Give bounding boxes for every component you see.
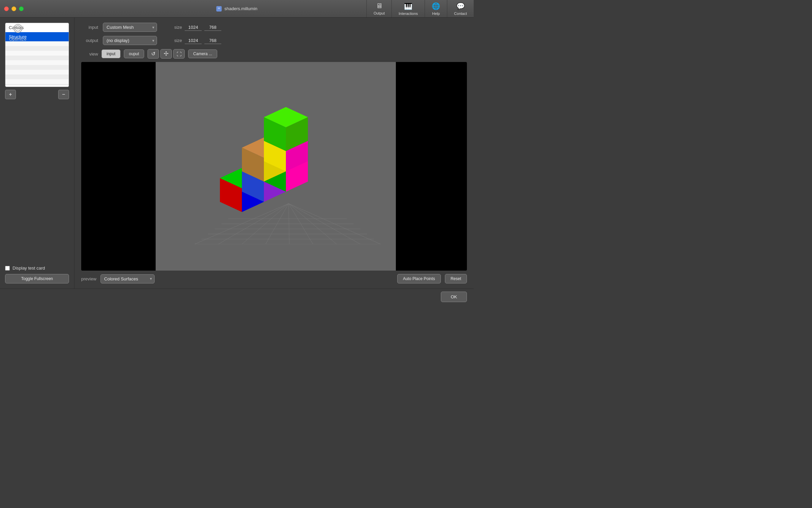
view-label: view bbox=[81, 51, 98, 57]
file-icon bbox=[216, 6, 222, 12]
display-test-card-label: Display test card bbox=[13, 266, 45, 271]
grid-floor bbox=[195, 204, 381, 244]
svg-rect-2 bbox=[218, 8, 220, 9]
view-row: view input ouput ↺ ⛶ bbox=[81, 49, 467, 59]
app-wrapper: shaders.millumin 🖥 Output 🎹 Interactions… bbox=[0, 0, 474, 305]
move-view-button[interactable] bbox=[160, 49, 172, 59]
preview-label: preview bbox=[81, 276, 96, 281]
expand-view-button[interactable]: ⛶ bbox=[173, 49, 185, 59]
sidebar-item-optimize[interactable]: Optimize bbox=[4, 21, 31, 44]
left-panel: Canvas Structure + − Display test card T… bbox=[0, 18, 74, 289]
optimize-icon bbox=[13, 24, 23, 35]
preview-select[interactable]: Colored Surfaces Wireframe Solid bbox=[100, 274, 155, 283]
traffic-lights bbox=[4, 6, 24, 11]
interactions-label: Interactions bbox=[399, 12, 418, 16]
expand-icon: ⛶ bbox=[177, 51, 182, 57]
camera-button[interactable]: Camera ... bbox=[188, 49, 217, 58]
optimize-label: Optimize bbox=[9, 37, 26, 42]
input-size-label: size bbox=[165, 25, 182, 30]
minimize-button[interactable] bbox=[12, 6, 16, 11]
svg-point-5 bbox=[17, 27, 19, 29]
titlebar: shaders.millumin 🖥 Output 🎹 Interactions… bbox=[0, 0, 474, 18]
input-label: input bbox=[81, 25, 98, 30]
move-icon bbox=[163, 51, 169, 57]
preview-dropdown-wrapper: Colored Surfaces Wireframe Solid bbox=[100, 274, 155, 283]
nav-interactions[interactable]: 🎹 Interactions bbox=[391, 0, 425, 17]
view-output-button[interactable]: ouput bbox=[124, 49, 144, 58]
canvas-black-right bbox=[396, 62, 467, 271]
canvas-list-buttons: + − bbox=[5, 90, 69, 99]
preview-bar: preview Colored Surfaces Wireframe Solid… bbox=[81, 274, 467, 283]
interactions-icon: 🎹 bbox=[404, 2, 412, 10]
nav-contact[interactable]: 💬 Contact bbox=[447, 0, 474, 17]
close-button[interactable] bbox=[4, 6, 9, 11]
titlebar-center: shaders.millumin bbox=[216, 6, 257, 12]
input-size-group: size 1024 768 bbox=[165, 24, 221, 31]
output-dropdown-wrapper: (no display) bbox=[103, 36, 157, 45]
body-area: Optimize Canvas Structure + − Display te… bbox=[0, 18, 474, 289]
canvas-area bbox=[81, 62, 467, 271]
output-width-value: 1024 bbox=[185, 37, 202, 44]
rotate-view-button[interactable]: ↺ bbox=[148, 49, 159, 59]
contact-icon: 💬 bbox=[456, 2, 465, 10]
output-icon: 🖥 bbox=[376, 2, 383, 10]
nav-output[interactable]: 🖥 Output bbox=[366, 0, 391, 17]
remove-canvas-button[interactable]: − bbox=[58, 90, 69, 99]
toggle-fullscreen-button[interactable]: Toggle Fullscreen bbox=[5, 274, 69, 283]
output-height-value: 768 bbox=[204, 37, 221, 44]
help-icon: 🌐 bbox=[432, 2, 440, 10]
output-row: output (no display) size 1024 768 bbox=[81, 36, 467, 45]
svg-rect-1 bbox=[218, 8, 220, 8]
output-label: output bbox=[81, 38, 98, 43]
nav-help[interactable]: 🌐 Help bbox=[425, 0, 447, 17]
output-select[interactable]: (no display) bbox=[103, 36, 157, 45]
canvas-viewport[interactable] bbox=[156, 62, 396, 271]
output-size-label: size bbox=[165, 38, 182, 43]
contact-label: Contact bbox=[454, 12, 467, 16]
right-panel: input Custom Mesh size 1024 768 output bbox=[74, 18, 474, 289]
maximize-button[interactable] bbox=[19, 6, 24, 11]
3d-scene-svg bbox=[167, 88, 384, 244]
input-select[interactable]: Custom Mesh bbox=[103, 23, 157, 32]
input-width-value: 1024 bbox=[185, 24, 202, 31]
display-test-card-checkbox[interactable] bbox=[5, 266, 10, 271]
reset-button[interactable]: Reset bbox=[445, 274, 467, 283]
input-height-value: 768 bbox=[204, 24, 221, 31]
left-nav: Optimize bbox=[0, 18, 36, 48]
ok-area: OK bbox=[0, 289, 474, 305]
canvas-black-left bbox=[81, 62, 156, 271]
help-label: Help bbox=[432, 12, 440, 16]
auto-place-points-button[interactable]: Auto Place Points bbox=[397, 274, 441, 283]
output-size-group: size 1024 768 bbox=[165, 37, 221, 44]
display-test-card-row: Display test card bbox=[5, 266, 69, 271]
bottom-left: Display test card Toggle Fullscreen bbox=[5, 262, 69, 283]
rotate-icon: ↺ bbox=[151, 51, 156, 57]
ok-button[interactable]: OK bbox=[441, 292, 467, 302]
titlebar-nav: 🖥 Output 🎹 Interactions 🌐 Help 💬 Contact bbox=[366, 0, 474, 17]
input-row: input Custom Mesh size 1024 768 bbox=[81, 23, 467, 32]
output-label: Output bbox=[374, 11, 385, 15]
view-input-button[interactable]: input bbox=[102, 49, 120, 58]
add-canvas-button[interactable]: + bbox=[5, 90, 16, 99]
input-dropdown-wrapper: Custom Mesh bbox=[103, 23, 157, 32]
filename-label: shaders.millumin bbox=[224, 6, 257, 11]
